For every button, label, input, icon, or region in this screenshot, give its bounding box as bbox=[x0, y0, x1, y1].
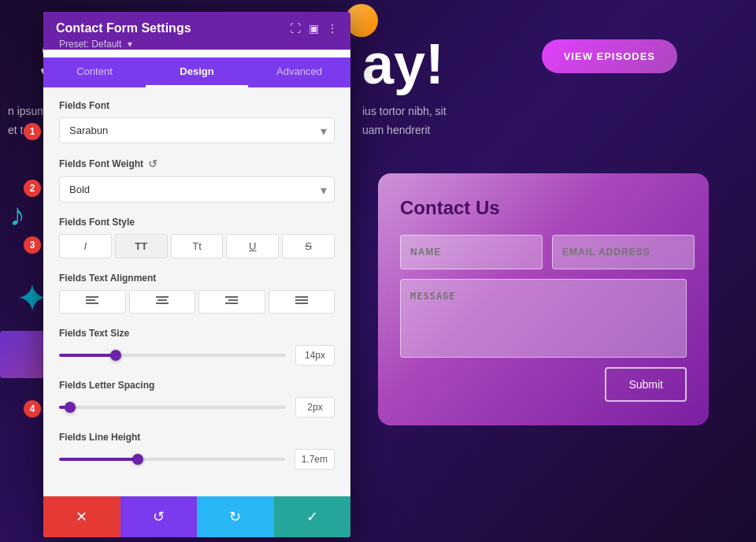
step-badge-3: 3 bbox=[24, 236, 41, 254]
panel-title: Contact Form Settings bbox=[56, 21, 191, 35]
fields-font-style-section: Fields Font Style I TT Tt U S bbox=[59, 217, 335, 258]
preset-selector[interactable]: Preset: Default ▾ bbox=[56, 39, 338, 50]
cube-decoration bbox=[0, 331, 47, 378]
fields-letter-spacing-track[interactable] bbox=[59, 406, 286, 409]
view-episodes-button[interactable]: VIEW EPISODES bbox=[542, 39, 677, 73]
bg-title2: ay! bbox=[362, 32, 444, 96]
strikethrough-button[interactable]: S bbox=[282, 234, 335, 258]
music-icon: ♪ bbox=[9, 197, 25, 232]
fields-text-size-thumb[interactable] bbox=[110, 350, 121, 361]
panel-title-row: Contact Form Settings ⛶ ▣ ⋮ bbox=[56, 21, 338, 35]
fields-font-weight-select[interactable]: Bold Normal Light bbox=[59, 176, 335, 202]
align-center-button[interactable] bbox=[129, 290, 196, 314]
panel-header: Contact Form Settings ⛶ ▣ ⋮ Preset: Defa… bbox=[43, 12, 350, 50]
tab-design[interactable]: Design bbox=[146, 58, 248, 87]
fields-letter-spacing-section: Fields Letter Spacing 2px bbox=[59, 380, 335, 418]
fields-letter-spacing-thumb[interactable] bbox=[65, 402, 76, 413]
more-icon[interactable]: ⋮ bbox=[327, 22, 338, 35]
fields-line-height-track[interactable] bbox=[59, 458, 285, 461]
align-left-button[interactable] bbox=[59, 290, 126, 314]
panel-icons: ⛶ ▣ ⋮ bbox=[290, 22, 338, 35]
style-buttons-group: I TT Tt U S bbox=[59, 234, 335, 258]
fields-text-size-fill bbox=[59, 354, 116, 357]
bg-subtext: ius tortor nibh, sit uam hendrerit bbox=[362, 102, 447, 140]
svg-rect-8 bbox=[225, 303, 238, 304]
fields-font-select-wrapper: Sarabun ▾ bbox=[59, 117, 335, 143]
save-button[interactable]: ✓ bbox=[274, 496, 351, 537]
tab-advanced[interactable]: Advanced bbox=[248, 58, 350, 87]
align-buttons-group bbox=[59, 290, 335, 314]
fields-text-size-section: Fields Text Size 14px bbox=[59, 328, 335, 366]
message-input[interactable] bbox=[400, 279, 687, 358]
cancel-button[interactable]: ✕ bbox=[43, 496, 120, 537]
fields-letter-spacing-value[interactable]: 2px bbox=[295, 397, 335, 418]
fields-line-height-slider-row: 1.7em bbox=[59, 449, 335, 470]
svg-rect-6 bbox=[225, 296, 238, 298]
submit-button[interactable]: Submit bbox=[605, 367, 687, 402]
fields-text-size-track[interactable] bbox=[59, 354, 286, 357]
fields-font-weight-section: Fields Font Weight ↺ Bold Normal Light ▾ bbox=[59, 158, 335, 202]
svg-rect-3 bbox=[156, 296, 169, 298]
align-justify-button[interactable] bbox=[269, 290, 335, 314]
fields-font-weight-label: Fields Font Weight ↺ bbox=[59, 158, 335, 170]
panel-body: Fields Font Sarabun ▾ Fields Font Weight… bbox=[43, 87, 350, 496]
fields-line-height-label: Fields Line Height bbox=[59, 432, 335, 443]
fields-text-alignment-section: Fields Text Alignment bbox=[59, 273, 335, 314]
capitalize-button[interactable]: Tt bbox=[171, 234, 224, 258]
layout-icon[interactable]: ▣ bbox=[309, 22, 319, 35]
svg-rect-10 bbox=[295, 299, 308, 301]
svg-rect-5 bbox=[156, 303, 169, 304]
redo-button[interactable]: ↻ bbox=[197, 496, 274, 537]
fields-font-select[interactable]: Sarabun bbox=[59, 117, 335, 143]
svg-rect-11 bbox=[295, 303, 308, 304]
svg-rect-2 bbox=[86, 303, 98, 304]
contact-card: Contact Us Submit bbox=[378, 173, 709, 425]
svg-rect-0 bbox=[86, 296, 98, 298]
fields-line-height-section: Fields Line Height 1.7em bbox=[59, 432, 335, 470]
fields-line-height-value[interactable]: 1.7em bbox=[295, 449, 335, 470]
fields-line-height-thumb[interactable] bbox=[132, 454, 143, 465]
fields-font-label: Fields Font bbox=[59, 100, 335, 111]
reset-button[interactable]: ↺ bbox=[120, 496, 198, 537]
fields-letter-spacing-label: Fields Letter Spacing bbox=[59, 380, 335, 391]
fields-font-weight-select-wrapper: Bold Normal Light ▾ bbox=[59, 176, 335, 202]
fields-line-height-fill bbox=[59, 458, 138, 461]
fields-font-style-label: Fields Font Style bbox=[59, 217, 335, 228]
submit-row: Submit bbox=[400, 367, 687, 402]
svg-rect-1 bbox=[86, 299, 95, 301]
uppercase-button[interactable]: TT bbox=[115, 234, 168, 258]
contact-name-email-row bbox=[400, 235, 687, 269]
contact-card-title: Contact Us bbox=[400, 197, 687, 219]
fields-text-size-label: Fields Text Size bbox=[59, 328, 335, 339]
fields-text-size-value[interactable]: 14px bbox=[295, 345, 335, 366]
fields-font-section: Fields Font Sarabun ▾ bbox=[59, 100, 335, 143]
step-badge-1: 1 bbox=[24, 123, 41, 140]
settings-panel: Contact Form Settings ⛶ ▣ ⋮ Preset: Defa… bbox=[43, 12, 350, 537]
tab-content[interactable]: Content bbox=[43, 58, 146, 87]
reset-font-weight-icon[interactable]: ↺ bbox=[148, 158, 158, 170]
align-right-button[interactable] bbox=[198, 290, 265, 314]
svg-rect-9 bbox=[295, 296, 308, 298]
underline-button[interactable]: U bbox=[226, 234, 279, 258]
panel-footer: ✕ ↺ ↻ ✓ bbox=[43, 496, 350, 537]
step-badge-4: 4 bbox=[24, 400, 41, 418]
fields-text-size-slider-row: 14px bbox=[59, 345, 335, 366]
svg-rect-7 bbox=[228, 299, 238, 301]
name-input[interactable] bbox=[400, 235, 543, 269]
italic-button[interactable]: I bbox=[59, 234, 112, 258]
svg-rect-4 bbox=[158, 299, 167, 301]
email-input[interactable] bbox=[552, 235, 695, 269]
step-badge-2: 2 bbox=[24, 180, 41, 197]
fields-letter-spacing-slider-row: 2px bbox=[59, 397, 335, 418]
fullscreen-icon[interactable]: ⛶ bbox=[290, 22, 301, 35]
panel-tabs: Content Design Advanced bbox=[43, 58, 350, 87]
fields-text-alignment-label: Fields Text Alignment bbox=[59, 273, 335, 284]
